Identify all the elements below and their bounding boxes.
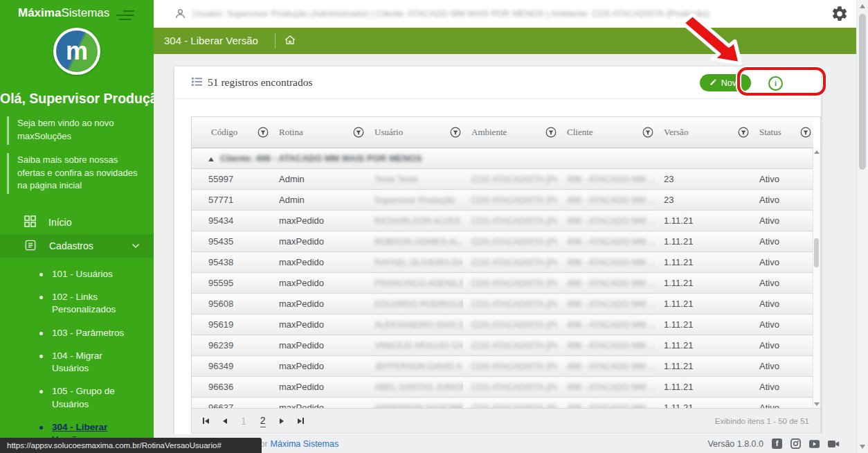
last-page-button[interactable]: [298, 418, 304, 424]
page-scrollbar-thumb[interactable]: [859, 14, 866, 170]
cell-status: Ativo: [751, 377, 813, 398]
cell-rotina: maxPedido: [271, 356, 366, 377]
cell-usuario: VINICIUS ARAUJO CH...: [366, 335, 463, 356]
home-icon[interactable]: [284, 34, 296, 49]
session-info-text: Usuário: Supervisor Produção (Administra…: [192, 0, 709, 28]
records-grid: CódigoRotinaUsuárioAmbienteClienteVersão…: [191, 116, 821, 434]
filter-icon[interactable]: [738, 127, 749, 138]
hamburger-icon[interactable]: [116, 10, 137, 21]
grid-icon: [24, 215, 36, 229]
new-record-button[interactable]: Novo: [700, 74, 751, 91]
cell-codigo: 95619: [192, 314, 271, 335]
video-icon[interactable]: [828, 440, 840, 448]
scroll-up-icon[interactable]: [860, 4, 865, 8]
collapse-group-icon[interactable]: [208, 157, 214, 161]
column-header-cliente[interactable]: Cliente: [559, 117, 655, 148]
cell-ambiente: CDS ATACADISTA (Pr...: [463, 211, 559, 231]
cell-rotina: maxPedido: [271, 314, 366, 335]
first-page-button[interactable]: [203, 418, 209, 424]
table-row[interactable]: 96239maxPedidoVINICIUS ARAUJO CH...CDS A…: [192, 335, 813, 356]
sidebar-item-inicio[interactable]: Início: [0, 211, 154, 234]
table-row[interactable]: 55997AdminTeste TesteCDS ATACADISTA (Pr.…: [192, 169, 813, 190]
filter-icon[interactable]: [450, 127, 461, 138]
instagram-icon[interactable]: [790, 438, 801, 449]
filter-icon[interactable]: [800, 127, 811, 138]
column-header-ambiente[interactable]: Ambiente: [463, 117, 559, 148]
table-row[interactable]: 57771AdminSupervisor ProduçãoCDS ATACADI…: [192, 190, 813, 211]
page-button-2[interactable]: 2: [260, 415, 266, 427]
cell-usuario: ALEKSANDRO DIAS D...: [366, 314, 463, 335]
cell-cliente: 498 - ATACADO MM ...: [559, 169, 655, 190]
page-scrollbar[interactable]: [856, 0, 868, 453]
cell-usuario: JEFFERSON DAVID A...: [366, 356, 463, 377]
cell-usuario: FRANCISCO ADENILS...: [366, 273, 463, 294]
column-header-label: Código: [211, 127, 237, 137]
filter-icon[interactable]: [353, 127, 364, 138]
sidebar-submenu-item[interactable]: 102 - Links Personalizados: [0, 291, 154, 316]
cell-status: Ativo: [751, 294, 813, 314]
column-header-versão[interactable]: Versão: [655, 117, 751, 148]
filter-icon[interactable]: [257, 127, 269, 138]
group-row[interactable]: Cliente: 498 - ATACADO MM MAIS POR MENOS: [192, 148, 813, 169]
column-header-rotina[interactable]: Rotina: [271, 117, 366, 148]
welcome-notes: Seja bem vindo ao novo maxSoluções Saiba…: [7, 116, 148, 202]
cell-rotina: Admin: [271, 190, 366, 211]
filter-icon[interactable]: [545, 127, 557, 138]
sidebar-submenu-item[interactable]: 104 - Migrar Usuários: [0, 350, 154, 375]
sidebar-submenu: 101 - Usuários102 - Links Personalizados…: [0, 268, 154, 446]
cell-cliente: 498 - ATACADO MM ...: [559, 211, 655, 231]
cell-ambiente: CDS ATACADISTA (Pr...: [463, 273, 559, 294]
table-row[interactable]: 95434maxPedidoRICHARLSON ALVES ...CDS AT…: [192, 211, 813, 231]
cell-cliente: 498 - ATACADO MM ...: [559, 231, 655, 252]
cell-codigo: 95434: [192, 211, 271, 231]
scroll-down-icon[interactable]: [860, 445, 865, 449]
cell-status: Ativo: [751, 356, 813, 377]
page-button-1[interactable]: 1: [241, 416, 246, 427]
column-header-usuário[interactable]: Usuário: [366, 117, 463, 148]
grid-scrollbar-thumb[interactable]: [814, 238, 819, 267]
sidebar-submenu-item[interactable]: 101 - Usuários: [0, 268, 154, 281]
youtube-icon[interactable]: [809, 440, 820, 448]
table-row[interactable]: 95435maxPedidoROBSON GOMES AL...CDS ATAC…: [192, 231, 813, 252]
topbar: Usuário: Supervisor Produção (Administra…: [154, 0, 868, 28]
table-row[interactable]: 95438maxPedidoRAFAEL OLIVEIRA DA ...CDS …: [192, 252, 813, 273]
grid-scrollbar[interactable]: [813, 148, 820, 408]
records-table: CódigoRotinaUsuárioAmbienteClienteVersão…: [192, 117, 813, 418]
next-page-button[interactable]: [280, 418, 284, 424]
sidebar-submenu-item[interactable]: 103 - Parâmetros: [0, 327, 154, 339]
table-row[interactable]: 95619maxPedidoALEKSANDRO DIAS D...CDS AT…: [192, 314, 813, 335]
scroll-up-icon[interactable]: [814, 150, 820, 154]
cell-rotina: maxPedido: [271, 252, 366, 273]
cell-rotina: maxPedido: [271, 211, 366, 231]
sidebar-submenu-item[interactable]: 105 - Grupo de Usuários: [0, 385, 154, 410]
info-icon[interactable]: i: [768, 76, 783, 91]
sidebar-item-cadastros[interactable]: Cadastros: [0, 234, 154, 258]
clipboard-icon: [24, 240, 37, 253]
column-header-código[interactable]: Código: [192, 117, 271, 148]
table-row[interactable]: 96636maxPedidoABEL DANTAS JUNIORCDS ATAC…: [192, 377, 813, 398]
cell-versao: 1.11.21: [655, 252, 751, 273]
brand-footer-link[interactable]: Máxima Sistemas: [271, 439, 339, 449]
previous-page-button[interactable]: [223, 418, 227, 424]
table-row[interactable]: 95595maxPedidoFRANCISCO ADENILS...CDS AT…: [192, 273, 813, 294]
cell-usuario: Supervisor Produção: [366, 190, 463, 211]
scroll-down-icon[interactable]: [814, 402, 820, 406]
cell-codigo: 95435: [192, 231, 271, 252]
table-row[interactable]: 96349maxPedidoJEFFERSON DAVID A...CDS AT…: [192, 356, 813, 377]
table-row[interactable]: 95608maxPedidoEDUARDO RODRIGUE...CDS ATA…: [192, 294, 813, 314]
cell-status: Ativo: [751, 190, 813, 211]
cell-rotina: maxPedido: [271, 335, 366, 356]
cell-versao: 1.11.21: [655, 314, 751, 335]
column-header-status[interactable]: Status: [751, 117, 813, 148]
cell-ambiente: CDS ATACADISTA (Pr...: [463, 252, 559, 273]
facebook-icon[interactable]: f: [772, 438, 782, 449]
gear-icon[interactable]: [831, 5, 849, 23]
cell-ambiente: CDS ATACADISTA (Pr...: [463, 190, 559, 211]
cell-codigo: 96239: [192, 335, 271, 356]
cell-ambiente: CDS ATACADISTA (Pr...: [463, 335, 559, 356]
cell-cliente: 498 - ATACADO MM ...: [559, 273, 655, 294]
filter-icon[interactable]: [642, 127, 653, 138]
cell-status: Ativo: [751, 231, 813, 252]
sidebar-item-label: Início: [48, 217, 71, 228]
cell-cliente: 498 - ATACADO MM ...: [559, 314, 655, 335]
